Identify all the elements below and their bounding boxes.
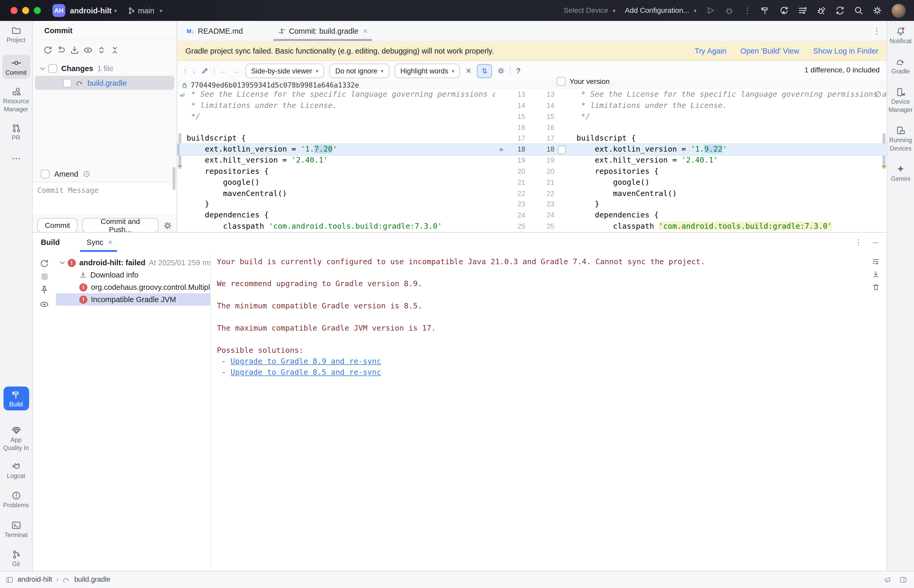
select-device-dropdown[interactable]: Select Device ▾ bbox=[564, 6, 615, 15]
commit-and-push-button[interactable]: Commit and Push... bbox=[82, 218, 158, 233]
refresh-icon[interactable] bbox=[43, 45, 53, 55]
sidebar-item-logcat[interactable]: Logcat bbox=[0, 462, 32, 479]
synchronize-scrolling-icon[interactable]: ⇅ bbox=[477, 64, 492, 78]
gradle-upgrade-link[interactable]: Upgrade to Gradle 8.5 and re-sync bbox=[231, 368, 381, 376]
commit-panel-scrollbar[interactable] bbox=[173, 167, 175, 190]
sidebar-item-gradle[interactable]: Gradle bbox=[887, 57, 914, 75]
breadcrumb-project[interactable]: android-hilt bbox=[18, 575, 52, 583]
expand-all-icon[interactable] bbox=[97, 45, 106, 55]
add-configuration-dropdown[interactable]: Add Configuration... ▾ bbox=[625, 6, 696, 15]
sidebar-item-problems[interactable]: Problems bbox=[0, 491, 32, 508]
help-icon[interactable]: ? bbox=[516, 66, 521, 75]
minimize-panel-icon[interactable]: — bbox=[873, 239, 878, 246]
preview-eye-icon[interactable] bbox=[40, 300, 49, 309]
commit-message-input[interactable] bbox=[33, 183, 177, 214]
sidebar-item-more[interactable] bbox=[0, 154, 32, 163]
project-selector[interactable]: android-hilt bbox=[70, 6, 112, 15]
gradle-upgrade-link[interactable]: Upgrade to Gradle 8.9 and re-sync bbox=[231, 357, 381, 365]
tree-item-download-info[interactable]: Download info bbox=[56, 269, 210, 281]
tree-item-incompatible-gradle-jvm[interactable]: ! Incompatible Gradle JVM bbox=[56, 293, 210, 305]
next-difference-icon[interactable]: ↓ bbox=[192, 66, 196, 75]
changed-file-row[interactable]: build.gradle bbox=[35, 76, 174, 90]
close-sync-tab-icon[interactable]: × bbox=[108, 238, 113, 246]
window-close-button[interactable] bbox=[10, 7, 18, 14]
sidebar-item-running-devices[interactable]: Running Devices bbox=[887, 126, 914, 152]
sidebar-item-pull-requests[interactable]: PR bbox=[0, 124, 32, 141]
stop-icon[interactable] bbox=[41, 273, 48, 280]
commit-options-gear-icon[interactable] bbox=[163, 221, 172, 230]
tab-build[interactable]: Build bbox=[41, 238, 60, 246]
sidebar-item-notifications[interactable]: Notificat bbox=[887, 27, 914, 44]
soft-wrap-icon[interactable] bbox=[872, 258, 880, 265]
tab-options-icon[interactable]: ⋮ bbox=[873, 26, 881, 36]
ignore-policy-dropdown[interactable]: Do not ignore▾ bbox=[329, 63, 389, 78]
previous-difference-icon[interactable]: ↑ bbox=[183, 66, 187, 75]
window-minimize-button[interactable] bbox=[22, 7, 29, 14]
build-root-node[interactable]: ! android-hilt: failed At 2025/01 259 ms bbox=[56, 257, 210, 269]
hide-tool-windows-icon[interactable] bbox=[6, 576, 13, 583]
commit-button[interactable]: Commit bbox=[37, 218, 78, 233]
changes-group-row[interactable]: Changes 1 file bbox=[33, 62, 177, 74]
your-version-option[interactable]: Your version bbox=[557, 77, 610, 86]
close-tab-icon[interactable]: × bbox=[363, 27, 368, 35]
highlight-policy-dropdown[interactable]: Highlight words▾ bbox=[394, 63, 460, 78]
commit-toolbar bbox=[33, 40, 177, 55]
settings-gear-icon[interactable] bbox=[873, 6, 882, 15]
sidebar-item-device-manager[interactable]: Device Manager bbox=[887, 87, 914, 113]
collapse-unchanged-icon[interactable]: ✕ bbox=[465, 66, 472, 75]
your-version-checkbox[interactable] bbox=[557, 77, 565, 86]
sidebar-item-terminal[interactable]: Terminal bbox=[0, 520, 32, 538]
shelve-icon[interactable] bbox=[70, 45, 79, 55]
pin-icon[interactable] bbox=[40, 285, 49, 294]
rollback-icon[interactable] bbox=[57, 45, 66, 55]
layout-icon[interactable] bbox=[899, 576, 907, 583]
collapse-all-icon[interactable] bbox=[110, 45, 119, 55]
preview-diff-eye-icon[interactable] bbox=[83, 45, 93, 55]
sidebar-item-gemini[interactable]: Gemini bbox=[887, 165, 914, 182]
sync-project-icon[interactable] bbox=[835, 6, 845, 15]
changes-checkbox[interactable] bbox=[48, 64, 57, 73]
include-change-checkbox[interactable] bbox=[558, 145, 566, 153]
run-icon[interactable] bbox=[706, 6, 715, 15]
clear-all-trash-icon[interactable] bbox=[872, 283, 880, 291]
event-log-icon[interactable] bbox=[884, 576, 891, 583]
sidebar-item-app-quality-insights[interactable]: App Quality In bbox=[0, 426, 32, 451]
tab-sync[interactable]: Sync × bbox=[83, 233, 116, 252]
attach-debugger-icon[interactable] bbox=[817, 6, 826, 15]
open-build-view-link[interactable]: Open 'Build' View bbox=[741, 47, 799, 55]
tab-commit-build-gradle[interactable]: Commit: build.gradle × bbox=[271, 21, 375, 41]
profiler-icon[interactable] bbox=[798, 6, 807, 15]
branch-selector[interactable]: main ▾ bbox=[128, 6, 163, 15]
previous-change-icon[interactable]: ← bbox=[220, 66, 227, 75]
diff-settings-gear-icon[interactable] bbox=[497, 67, 505, 75]
sidebar-item-commit[interactable]: Commit bbox=[0, 55, 32, 79]
refresh-icon[interactable] bbox=[40, 259, 49, 268]
breadcrumb-file[interactable]: build.gradle bbox=[74, 575, 110, 583]
sidebar-item-git[interactable]: Git bbox=[0, 550, 32, 567]
search-everywhere-icon[interactable] bbox=[854, 6, 863, 15]
amend-checkbox[interactable] bbox=[41, 170, 49, 178]
user-avatar[interactable] bbox=[891, 3, 906, 18]
show-log-in-finder-link[interactable]: Show Log in Finder bbox=[813, 47, 878, 55]
sidebar-item-build[interactable]: Build bbox=[0, 386, 32, 410]
more-actions-icon[interactable]: ⋮ bbox=[743, 6, 751, 15]
tab-readme[interactable]: M↓ README.md bbox=[179, 21, 250, 41]
window-zoom-button[interactable] bbox=[34, 7, 41, 14]
file-checkbox[interactable] bbox=[63, 78, 72, 87]
sidebar-item-project[interactable]: Project bbox=[0, 26, 32, 43]
scroll-to-end-icon[interactable] bbox=[872, 270, 880, 278]
debug-icon[interactable] bbox=[725, 6, 734, 15]
diff-line-22: mavenCentral()2222 mavenCentral() bbox=[177, 188, 887, 199]
history-clock-icon[interactable] bbox=[83, 170, 90, 178]
build-panel-options-icon[interactable]: ⋮ bbox=[854, 238, 862, 246]
sidebar-item-resource-manager[interactable]: Resource Manager bbox=[0, 87, 32, 112]
breadcrumb-separator: › bbox=[56, 575, 58, 583]
resource-manager-icon bbox=[11, 87, 21, 96]
try-again-link[interactable]: Try Again bbox=[695, 47, 727, 55]
tree-item-groovy-error[interactable]: ! org.codehaus.groovy.control.MultipleC bbox=[56, 281, 210, 293]
edit-source-icon[interactable] bbox=[201, 67, 209, 75]
viewer-mode-dropdown[interactable]: Side-by-side viewer▾ bbox=[245, 63, 324, 78]
next-change-icon[interactable]: → bbox=[233, 66, 240, 75]
rerun-tasks-icon[interactable] bbox=[780, 6, 789, 15]
build-hammer-icon[interactable] bbox=[761, 6, 770, 15]
